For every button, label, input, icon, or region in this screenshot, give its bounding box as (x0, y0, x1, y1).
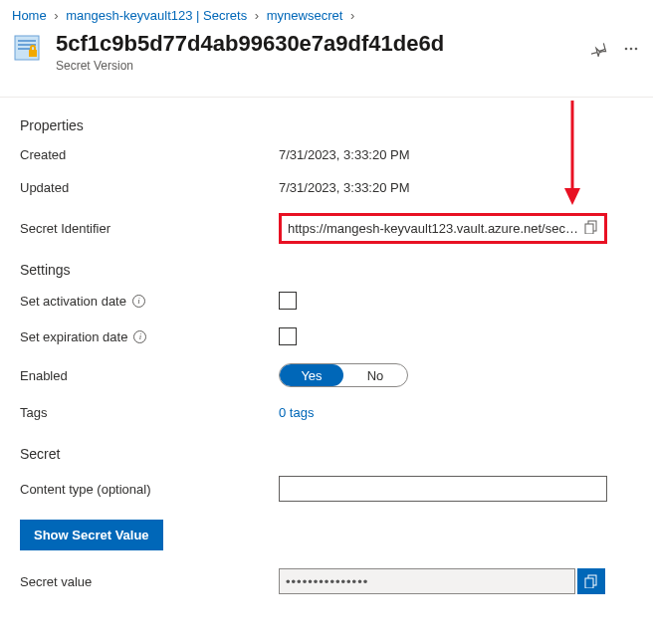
svg-rect-10 (585, 224, 593, 234)
chevron-right-icon: › (54, 8, 58, 23)
copy-icon[interactable] (584, 220, 598, 237)
expiration-checkbox[interactable] (279, 327, 297, 345)
section-properties: Properties (20, 117, 633, 133)
expiration-label: Set expiration date i (20, 329, 279, 344)
chevron-right-icon: › (350, 8, 354, 23)
toggle-yes[interactable]: Yes (280, 364, 343, 386)
svg-point-4 (625, 48, 628, 51)
activation-checkbox[interactable] (279, 292, 297, 310)
breadcrumb-vault[interactable]: mangesh-keyvault123 | Secrets (66, 8, 247, 23)
show-secret-button[interactable]: Show Secret Value (20, 520, 163, 550)
info-icon[interactable]: i (133, 330, 146, 343)
svg-marker-8 (564, 188, 580, 205)
enabled-label: Enabled (20, 368, 279, 383)
svg-rect-1 (18, 40, 36, 42)
info-icon[interactable]: i (132, 295, 145, 308)
toggle-no[interactable]: No (343, 364, 407, 386)
chevron-right-icon: › (255, 8, 259, 23)
breadcrumb: Home › mangesh-keyvault123 | Secrets › m… (0, 0, 653, 27)
page-header: 5cf1c9b5d77d4ab99630e7a9df41de6d Secret … (0, 27, 653, 98)
annotation-arrow (557, 101, 587, 210)
created-label: Created (20, 147, 279, 162)
secret-value-label: Secret value (20, 574, 279, 589)
copy-secret-button[interactable] (577, 568, 605, 594)
content-type-input[interactable] (279, 476, 607, 502)
pin-button[interactable] (589, 39, 609, 59)
activation-label: Set activation date i (20, 294, 279, 309)
section-secret: Secret (20, 446, 633, 462)
svg-rect-12 (585, 578, 593, 588)
enabled-toggle[interactable]: Yes No (279, 363, 408, 387)
secret-identifier-value: https://mangesh-keyvault123.vault.azure.… (288, 221, 578, 236)
secret-icon (12, 33, 44, 65)
secret-identifier-box: https://mangesh-keyvault123.vault.azure.… (279, 213, 607, 244)
page-title: 5cf1c9b5d77d4ab99630e7a9df41de6d (56, 31, 581, 57)
content-type-label: Content type (optional) (20, 482, 279, 497)
breadcrumb-home[interactable]: Home (12, 8, 47, 23)
page-subtitle: Secret Version (56, 59, 581, 73)
breadcrumb-secret[interactable]: mynewsecret (267, 8, 343, 23)
more-button[interactable] (621, 39, 641, 59)
svg-point-6 (635, 48, 638, 51)
section-settings: Settings (20, 262, 633, 278)
tags-link[interactable]: 0 tags (279, 405, 314, 420)
svg-rect-3 (18, 48, 30, 50)
secret-identifier-label: Secret Identifier (20, 221, 279, 236)
svg-point-5 (630, 48, 633, 51)
updated-label: Updated (20, 180, 279, 195)
tags-label: Tags (20, 405, 279, 420)
secret-value-input (279, 568, 575, 594)
